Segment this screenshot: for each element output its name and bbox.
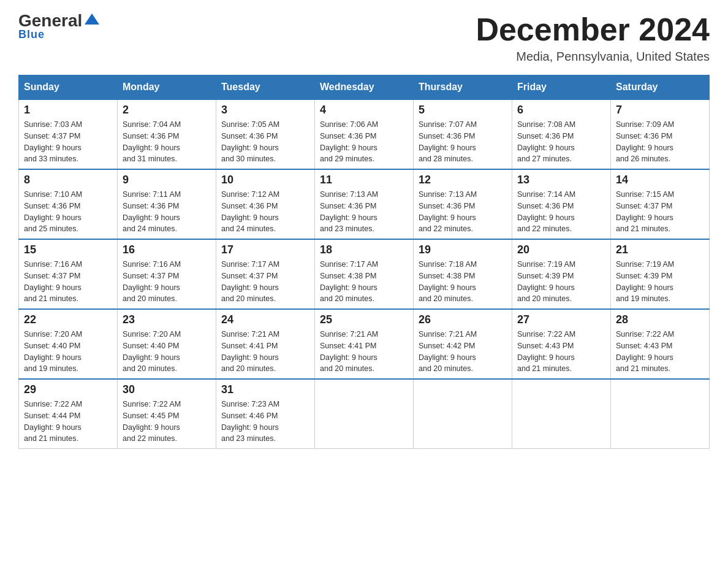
calendar-cell: 6Sunrise: 7:08 AMSunset: 4:36 PMDaylight…	[512, 99, 611, 169]
calendar-cell: 12Sunrise: 7:13 AMSunset: 4:36 PMDayligh…	[414, 169, 512, 239]
day-number: 17	[221, 243, 309, 256]
calendar-cell	[315, 379, 414, 449]
day-number: 9	[123, 174, 211, 186]
page-subtitle: Media, Pennsylvania, United States	[476, 50, 710, 64]
day-info: Sunrise: 7:12 AMSunset: 4:36 PMDaylight:…	[221, 189, 309, 235]
calendar-cell: 4Sunrise: 7:06 AMSunset: 4:36 PMDaylight…	[315, 99, 414, 169]
calendar-header-thursday: Thursday	[414, 75, 512, 100]
calendar-cell: 25Sunrise: 7:21 AMSunset: 4:41 PMDayligh…	[315, 309, 414, 379]
calendar-week-row: 22Sunrise: 7:20 AMSunset: 4:40 PMDayligh…	[19, 309, 710, 379]
day-number: 3	[221, 104, 309, 117]
calendar-header-saturday: Saturday	[611, 75, 710, 100]
svg-marker-0	[85, 13, 99, 25]
day-info: Sunrise: 7:16 AMSunset: 4:37 PMDaylight:…	[123, 259, 211, 305]
day-number: 30	[123, 383, 211, 396]
day-number: 28	[616, 313, 704, 326]
calendar-header-tuesday: Tuesday	[216, 75, 315, 100]
day-info: Sunrise: 7:06 AMSunset: 4:36 PMDaylight:…	[320, 119, 408, 165]
calendar-cell: 5Sunrise: 7:07 AMSunset: 4:36 PMDaylight…	[414, 99, 512, 169]
calendar-cell	[512, 379, 611, 449]
calendar-header-wednesday: Wednesday	[315, 75, 414, 100]
day-number: 10	[221, 174, 309, 186]
day-number: 16	[123, 243, 211, 256]
day-info: Sunrise: 7:16 AMSunset: 4:37 PMDaylight:…	[24, 259, 112, 305]
calendar-cell: 13Sunrise: 7:14 AMSunset: 4:36 PMDayligh…	[512, 169, 611, 239]
calendar-cell	[414, 379, 512, 449]
day-number: 24	[221, 313, 309, 326]
logo: General Blue	[18, 12, 100, 41]
day-number: 13	[517, 174, 605, 186]
day-number: 1	[24, 104, 112, 117]
logo-blue: Blue	[18, 28, 45, 41]
day-info: Sunrise: 7:13 AMSunset: 4:36 PMDaylight:…	[320, 189, 408, 235]
day-number: 31	[221, 383, 309, 396]
day-number: 14	[616, 174, 704, 186]
day-info: Sunrise: 7:15 AMSunset: 4:37 PMDaylight:…	[616, 189, 704, 235]
day-number: 5	[419, 104, 507, 117]
day-number: 2	[123, 104, 211, 117]
day-info: Sunrise: 7:08 AMSunset: 4:36 PMDaylight:…	[517, 119, 605, 165]
calendar-cell: 21Sunrise: 7:19 AMSunset: 4:39 PMDayligh…	[611, 239, 710, 309]
day-info: Sunrise: 7:04 AMSunset: 4:36 PMDaylight:…	[123, 119, 211, 165]
day-info: Sunrise: 7:21 AMSunset: 4:42 PMDaylight:…	[419, 329, 507, 375]
day-number: 21	[616, 243, 704, 256]
calendar-cell: 16Sunrise: 7:16 AMSunset: 4:37 PMDayligh…	[118, 239, 216, 309]
day-number: 12	[419, 174, 507, 186]
calendar-header-friday: Friday	[512, 75, 611, 100]
day-number: 29	[24, 383, 112, 396]
logo-general: General	[18, 12, 82, 29]
day-number: 22	[24, 313, 112, 326]
day-info: Sunrise: 7:03 AMSunset: 4:37 PMDaylight:…	[24, 119, 112, 165]
day-info: Sunrise: 7:17 AMSunset: 4:38 PMDaylight:…	[320, 259, 408, 305]
day-info: Sunrise: 7:21 AMSunset: 4:41 PMDaylight:…	[320, 329, 408, 375]
calendar-cell: 2Sunrise: 7:04 AMSunset: 4:36 PMDaylight…	[118, 99, 216, 169]
day-info: Sunrise: 7:22 AMSunset: 4:43 PMDaylight:…	[517, 329, 605, 375]
calendar-cell: 20Sunrise: 7:19 AMSunset: 4:39 PMDayligh…	[512, 239, 611, 309]
calendar-cell: 7Sunrise: 7:09 AMSunset: 4:36 PMDaylight…	[611, 99, 710, 169]
calendar-week-row: 1Sunrise: 7:03 AMSunset: 4:37 PMDaylight…	[19, 99, 710, 169]
calendar-cell: 10Sunrise: 7:12 AMSunset: 4:36 PMDayligh…	[216, 169, 315, 239]
calendar-cell: 15Sunrise: 7:16 AMSunset: 4:37 PMDayligh…	[19, 239, 118, 309]
calendar-cell: 8Sunrise: 7:10 AMSunset: 4:36 PMDaylight…	[19, 169, 118, 239]
day-number: 8	[24, 174, 112, 186]
day-info: Sunrise: 7:22 AMSunset: 4:44 PMDaylight:…	[24, 399, 112, 445]
calendar-cell	[611, 379, 710, 449]
calendar-cell: 23Sunrise: 7:20 AMSunset: 4:40 PMDayligh…	[118, 309, 216, 379]
calendar-cell: 22Sunrise: 7:20 AMSunset: 4:40 PMDayligh…	[19, 309, 118, 379]
calendar-cell: 18Sunrise: 7:17 AMSunset: 4:38 PMDayligh…	[315, 239, 414, 309]
day-number: 25	[320, 313, 408, 326]
calendar-cell: 3Sunrise: 7:05 AMSunset: 4:36 PMDaylight…	[216, 99, 315, 169]
calendar-cell: 14Sunrise: 7:15 AMSunset: 4:37 PMDayligh…	[611, 169, 710, 239]
day-number: 26	[419, 313, 507, 326]
day-number: 23	[123, 313, 211, 326]
day-info: Sunrise: 7:07 AMSunset: 4:36 PMDaylight:…	[419, 119, 507, 165]
day-info: Sunrise: 7:20 AMSunset: 4:40 PMDaylight:…	[123, 329, 211, 375]
calendar-cell: 17Sunrise: 7:17 AMSunset: 4:37 PMDayligh…	[216, 239, 315, 309]
calendar-cell: 1Sunrise: 7:03 AMSunset: 4:37 PMDaylight…	[19, 99, 118, 169]
calendar-cell: 30Sunrise: 7:22 AMSunset: 4:45 PMDayligh…	[118, 379, 216, 449]
day-info: Sunrise: 7:22 AMSunset: 4:43 PMDaylight:…	[616, 329, 704, 375]
calendar-header-monday: Monday	[118, 75, 216, 100]
calendar-cell: 11Sunrise: 7:13 AMSunset: 4:36 PMDayligh…	[315, 169, 414, 239]
day-info: Sunrise: 7:21 AMSunset: 4:41 PMDaylight:…	[221, 329, 309, 375]
day-number: 6	[517, 104, 605, 117]
day-number: 11	[320, 174, 408, 186]
calendar-cell: 26Sunrise: 7:21 AMSunset: 4:42 PMDayligh…	[414, 309, 512, 379]
day-number: 15	[24, 243, 112, 256]
calendar-header-row: SundayMondayTuesdayWednesdayThursdayFrid…	[19, 75, 710, 100]
calendar-week-row: 8Sunrise: 7:10 AMSunset: 4:36 PMDaylight…	[19, 169, 710, 239]
day-info: Sunrise: 7:19 AMSunset: 4:39 PMDaylight:…	[616, 259, 704, 305]
day-info: Sunrise: 7:20 AMSunset: 4:40 PMDaylight:…	[24, 329, 112, 375]
day-info: Sunrise: 7:13 AMSunset: 4:36 PMDaylight:…	[419, 189, 507, 235]
calendar-week-row: 29Sunrise: 7:22 AMSunset: 4:44 PMDayligh…	[19, 379, 710, 449]
calendar-cell: 27Sunrise: 7:22 AMSunset: 4:43 PMDayligh…	[512, 309, 611, 379]
day-number: 7	[616, 104, 704, 117]
day-info: Sunrise: 7:22 AMSunset: 4:45 PMDaylight:…	[123, 399, 211, 445]
day-info: Sunrise: 7:14 AMSunset: 4:36 PMDaylight:…	[517, 189, 605, 235]
calendar-header-sunday: Sunday	[19, 75, 118, 100]
title-block: December 2024 Media, Pennsylvania, Unite…	[476, 12, 710, 64]
day-info: Sunrise: 7:19 AMSunset: 4:39 PMDaylight:…	[517, 259, 605, 305]
calendar-cell: 24Sunrise: 7:21 AMSunset: 4:41 PMDayligh…	[216, 309, 315, 379]
day-number: 18	[320, 243, 408, 256]
day-number: 27	[517, 313, 605, 326]
